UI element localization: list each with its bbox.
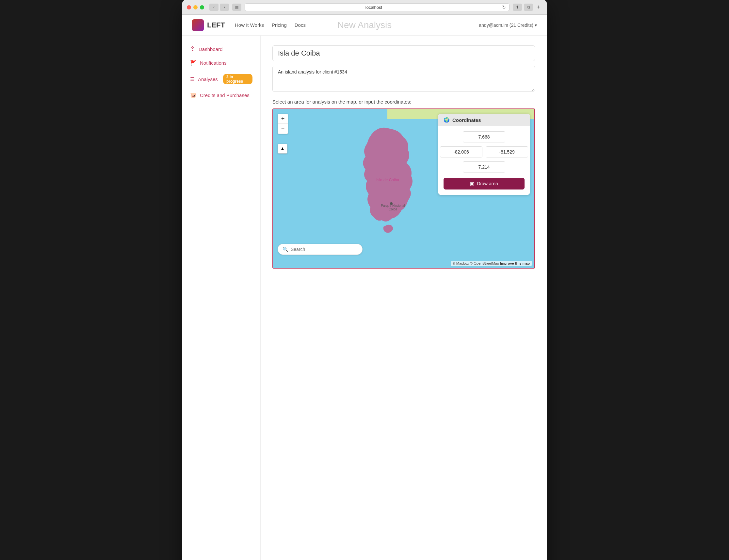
map-attribution: © Mapbox © OpenStreetMap Improve this ma… bbox=[451, 261, 532, 266]
minimize-button[interactable] bbox=[193, 5, 198, 9]
address-bar[interactable]: ↻ bbox=[245, 3, 509, 11]
back-button[interactable]: ‹ bbox=[209, 4, 219, 11]
nav-docs[interactable]: Docs bbox=[295, 22, 306, 28]
user-label: andy@acm.im (21 Credits) bbox=[479, 23, 533, 28]
sidebar-item-label: Analyses bbox=[198, 76, 218, 82]
attribution-text: © Mapbox © OpenStreetMap bbox=[453, 261, 499, 265]
park-icon bbox=[390, 202, 392, 205]
sidebar: ⏱ Dashboard 🚩 Notifications ☰ Analyses 2… bbox=[182, 36, 261, 560]
credits-icon: 🐷 bbox=[190, 92, 197, 98]
compass-button[interactable]: ▲ bbox=[278, 144, 288, 154]
map-search-input[interactable] bbox=[291, 247, 358, 252]
globe-icon: 🌍 bbox=[443, 117, 450, 123]
sidebar-item-notifications[interactable]: 🚩 Notifications bbox=[182, 56, 260, 70]
coordinates-panel: 🌍 Coordinates ▣ Dr bbox=[438, 114, 530, 195]
sidebar-item-analyses[interactable]: ☰ Analyses 2 in progress bbox=[182, 70, 260, 88]
sidebar-item-label: Dashboard bbox=[199, 46, 223, 52]
map-search-bar[interactable]: 🔍 bbox=[278, 244, 363, 255]
search-icon: 🔍 bbox=[283, 247, 288, 252]
dashboard-icon: ⏱ bbox=[190, 46, 195, 52]
logo-area: LEFT bbox=[192, 19, 225, 31]
app-header: New Analysis LEFT How It Works Pricing D… bbox=[182, 15, 547, 36]
sidebar-item-credits[interactable]: 🐷 Credits and Purchases bbox=[182, 88, 260, 102]
page-title: New Analysis bbox=[338, 20, 392, 30]
sidebar-item-dashboard[interactable]: ⏱ Dashboard bbox=[182, 42, 260, 56]
analyses-badge: 2 in progress bbox=[223, 74, 253, 84]
forward-button[interactable]: › bbox=[220, 4, 229, 11]
logo-text: LEFT bbox=[207, 21, 225, 29]
north-coord-input[interactable] bbox=[463, 131, 505, 142]
window-button[interactable]: ⧉ bbox=[524, 4, 533, 11]
improve-map-link[interactable]: Improve this map bbox=[500, 261, 530, 265]
sidebar-item-label: Credits and Purchases bbox=[200, 92, 250, 98]
zoom-out-button[interactable]: − bbox=[278, 124, 288, 134]
island-shape bbox=[322, 112, 449, 240]
user-dropdown-icon: ▾ bbox=[535, 23, 537, 28]
east-coord-input[interactable] bbox=[486, 146, 528, 157]
map-container[interactable]: Isla de Coiba Parque NacionalCoiba + − ▲ bbox=[273, 108, 535, 269]
reload-button[interactable]: ↻ bbox=[502, 5, 506, 10]
nav-how-it-works[interactable]: How It Works bbox=[235, 22, 264, 28]
draw-area-button[interactable]: ▣ Draw area bbox=[443, 178, 524, 189]
new-tab-button[interactable]: + bbox=[535, 4, 542, 11]
analyses-icon: ☰ bbox=[190, 76, 195, 82]
url-input[interactable] bbox=[248, 5, 499, 10]
map-label: Select an area for analysis on the map, … bbox=[273, 99, 535, 105]
close-button[interactable] bbox=[187, 5, 191, 9]
main-content: Select an area for analysis on the map, … bbox=[261, 36, 547, 560]
analysis-description-input[interactable] bbox=[273, 66, 535, 92]
coordinates-title: Coordinates bbox=[452, 117, 481, 123]
coordinates-body: ▣ Draw area bbox=[438, 126, 530, 195]
browser-titlebar: ‹ › ▤ ↻ ⬆ ⧉ + bbox=[182, 0, 547, 15]
draw-icon: ▣ bbox=[470, 181, 474, 186]
zoom-in-button[interactable]: + bbox=[278, 114, 288, 124]
traffic-lights bbox=[187, 5, 204, 9]
main-nav: How It Works Pricing Docs bbox=[235, 22, 306, 28]
logo-icon bbox=[192, 19, 204, 31]
maximize-button[interactable] bbox=[200, 5, 204, 9]
notifications-icon: 🚩 bbox=[190, 60, 197, 66]
zoom-controls: + − bbox=[278, 114, 288, 134]
south-coord-input[interactable] bbox=[463, 161, 505, 173]
sidebar-toggle-button[interactable]: ▤ bbox=[232, 4, 241, 11]
sidebar-item-label: Notifications bbox=[200, 60, 227, 66]
draw-area-label: Draw area bbox=[477, 181, 498, 186]
nav-pricing[interactable]: Pricing bbox=[272, 22, 287, 28]
coordinates-header: 🌍 Coordinates bbox=[438, 114, 530, 126]
share-button[interactable]: ⬆ bbox=[513, 4, 522, 11]
west-coord-input[interactable] bbox=[440, 146, 482, 157]
user-menu[interactable]: andy@acm.im (21 Credits) ▾ bbox=[479, 23, 537, 28]
analysis-title-input[interactable] bbox=[273, 45, 535, 61]
coord-row-we bbox=[440, 146, 528, 157]
